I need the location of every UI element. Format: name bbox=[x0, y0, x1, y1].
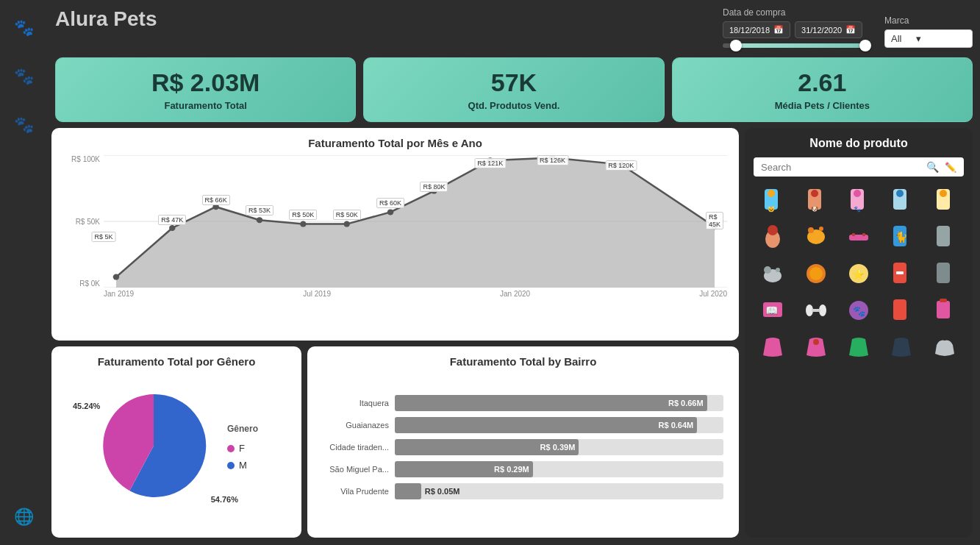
product-icon-23[interactable] bbox=[840, 331, 878, 363]
svg-point-11 bbox=[431, 188, 437, 194]
bar-row-itaquera: Itaquera R$ 0.66M bbox=[323, 395, 723, 411]
bar-value-guaianazes: R$ 0.64M bbox=[659, 421, 694, 430]
x-label-jan2020: Jan 2020 bbox=[500, 290, 530, 298]
slider-thumb-left[interactable] bbox=[730, 40, 742, 51]
product-icon-12[interactable] bbox=[796, 257, 834, 290]
product-icon-15[interactable] bbox=[926, 257, 964, 290]
product-icon-6[interactable] bbox=[754, 221, 792, 253]
line-chart-title: Faturamento Total por Mês e Ano bbox=[63, 137, 727, 149]
pie-chart-panel: Faturamento Total por Gênero 45.24% 54.7… bbox=[51, 346, 301, 538]
product-icon-18[interactable]: 🐾 bbox=[840, 294, 878, 327]
line-chart-panel: Faturamento Total por Mês e Ano R$ 100K … bbox=[51, 128, 739, 341]
date-start-value: 18/12/2018 bbox=[729, 26, 770, 35]
slider-thumb-right[interactable] bbox=[859, 40, 871, 51]
product-icon-11[interactable] bbox=[754, 257, 792, 290]
sidebar-paw-1[interactable]: 🐾 bbox=[11, 15, 37, 41]
product-icon-2[interactable]: 🐶 bbox=[796, 184, 834, 216]
product-icon-22[interactable] bbox=[796, 331, 834, 363]
svg-marker-3 bbox=[116, 158, 715, 288]
pencil-icon[interactable]: ✏️ bbox=[945, 162, 956, 173]
svg-point-41 bbox=[764, 266, 771, 274]
product-title: Nome do produto bbox=[754, 137, 964, 150]
x-label-jul2019: Jul 2019 bbox=[303, 290, 331, 298]
kpi-qty-value: 57K bbox=[379, 68, 648, 97]
slider-fill bbox=[734, 43, 870, 48]
y-label-100k: R$ 100K bbox=[63, 155, 100, 163]
bar-track-cidade: R$ 0.39M bbox=[395, 439, 723, 455]
svg-point-33 bbox=[819, 227, 823, 231]
date-start-input[interactable]: 18/12/2018 📅 bbox=[723, 21, 790, 38]
pie-label-f-pct: 45.24% bbox=[73, 402, 100, 410]
bar-label-cidade: Cidade tiraden... bbox=[323, 443, 389, 452]
svg-text:🐶: 🐶 bbox=[811, 205, 818, 213]
product-icon-25[interactable] bbox=[926, 331, 964, 363]
brand-control-group: Marca All ▾ bbox=[884, 15, 973, 48]
bar-row-miguel: São Miguel Pa... R$ 0.29M bbox=[323, 461, 723, 477]
bar-value-miguel: R$ 0.29M bbox=[494, 465, 529, 474]
svg-rect-58 bbox=[937, 301, 950, 318]
product-icon-7[interactable] bbox=[796, 221, 834, 253]
bar-label-miguel: São Miguel Pa... bbox=[323, 465, 389, 474]
product-icon-21[interactable] bbox=[754, 331, 792, 363]
svg-rect-35 bbox=[852, 233, 855, 236]
brand-select[interactable]: All ▾ bbox=[884, 29, 973, 48]
svg-point-32 bbox=[808, 227, 814, 233]
search-icon: 🔍 bbox=[926, 161, 939, 173]
search-input[interactable] bbox=[761, 162, 920, 173]
svg-point-14 bbox=[618, 162, 624, 168]
bar-label-guaianazes: Guaianazes bbox=[323, 421, 389, 430]
product-icon-grid: 🐱 🐶 🐾 bbox=[754, 184, 964, 529]
svg-point-12 bbox=[487, 157, 493, 163]
svg-rect-54 bbox=[812, 309, 820, 312]
sidebar-globe[interactable]: 🌐 bbox=[11, 504, 37, 530]
date-label: Data de compra bbox=[723, 7, 870, 18]
date-range: 18/12/2018 📅 31/12/2020 📅 bbox=[723, 21, 870, 38]
product-icon-24[interactable] bbox=[882, 331, 920, 363]
app-title: Alura Pets bbox=[55, 7, 157, 31]
product-panel: Nome do produto 🔍 ✏️ 🐱 🐶 🐾 bbox=[745, 128, 973, 538]
product-icon-1[interactable]: 🐱 bbox=[754, 184, 792, 216]
bar-value-vila: R$ 0.05M bbox=[421, 487, 460, 496]
product-icon-16[interactable]: 📖 bbox=[754, 294, 792, 327]
svg-rect-36 bbox=[862, 233, 865, 236]
product-icon-4[interactable] bbox=[882, 184, 920, 216]
pie-svg bbox=[95, 387, 212, 505]
header: Alura Pets Data de compra 18/12/2018 📅 3… bbox=[51, 7, 973, 51]
bottom-row: Faturamento Total por Gênero 45.24% 54.7… bbox=[51, 346, 739, 538]
svg-rect-48 bbox=[896, 271, 904, 274]
svg-rect-34 bbox=[849, 235, 868, 241]
product-icon-20[interactable] bbox=[926, 294, 964, 327]
kpi-avg: 2.61 Média Pets / Clientes bbox=[672, 57, 973, 122]
kpi-revenue-label: Faturamento Total bbox=[71, 100, 340, 111]
product-icon-3[interactable]: 🐾 bbox=[840, 184, 878, 216]
product-icon-8[interactable] bbox=[840, 221, 878, 253]
bar-track-guaianazes: R$ 0.64M bbox=[395, 417, 723, 433]
slider-track[interactable] bbox=[723, 43, 870, 48]
kpi-avg-label: Média Pets / Clientes bbox=[687, 100, 957, 111]
product-icon-5[interactable] bbox=[926, 184, 964, 216]
line-chart-svg bbox=[104, 155, 727, 288]
date-end-input[interactable]: 31/12/2020 📅 bbox=[795, 21, 862, 38]
kpi-revenue: R$ 2.03M Faturamento Total bbox=[55, 57, 356, 122]
svg-text:🐾: 🐾 bbox=[853, 305, 866, 318]
product-icon-19[interactable] bbox=[882, 294, 920, 327]
product-icon-9[interactable]: 🐈 bbox=[882, 221, 920, 253]
calendar-icon-start: 📅 bbox=[773, 25, 784, 35]
bar-fill-itaquera: R$ 0.66M bbox=[395, 395, 707, 411]
bar-track-itaquera: R$ 0.66M bbox=[395, 395, 723, 411]
search-box: 🔍 ✏️ bbox=[754, 157, 964, 177]
product-icon-10[interactable] bbox=[926, 221, 964, 253]
svg-point-15 bbox=[712, 224, 718, 229]
product-icon-14[interactable] bbox=[882, 257, 920, 290]
date-slider bbox=[723, 43, 870, 48]
x-label-jan2019: Jan 2019 bbox=[104, 290, 134, 298]
sidebar-paw-3[interactable]: 🐾 bbox=[11, 112, 37, 138]
product-icon-17[interactable] bbox=[796, 294, 834, 327]
kpi-revenue-value: R$ 2.03M bbox=[71, 68, 340, 97]
pie-chart-title: Faturamento Total por Gênero bbox=[63, 355, 290, 368]
bar-chart-panel: Faturamento Total by Bairro Itaquera R$ … bbox=[307, 346, 739, 538]
sidebar-paw-2[interactable]: 🐾 bbox=[11, 63, 37, 90]
svg-rect-49 bbox=[937, 263, 950, 283]
product-icon-13[interactable]: ⭐ bbox=[840, 257, 878, 290]
y-label-50k: R$ 50K bbox=[63, 218, 100, 226]
